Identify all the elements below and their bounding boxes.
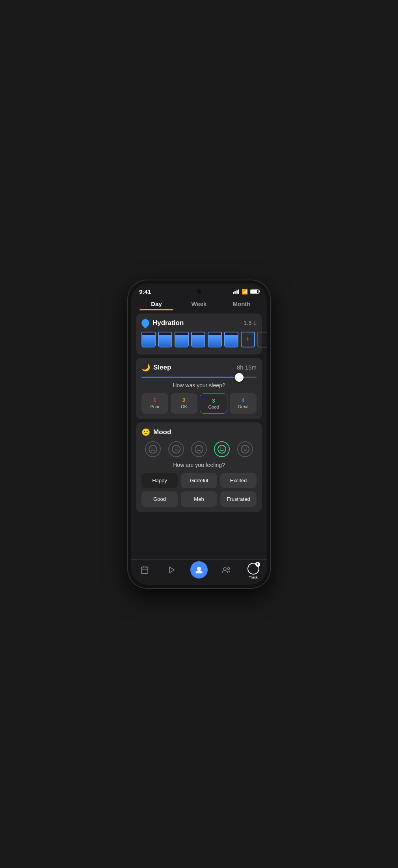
home-button[interactable]	[190, 561, 208, 579]
svg-point-6	[195, 445, 203, 453]
sleep-num-good: 3	[203, 398, 225, 404]
nav-track[interactable]: + Track	[240, 563, 267, 579]
svg-point-10	[218, 445, 226, 453]
battery-icon	[250, 289, 259, 294]
calendar-icon	[140, 566, 149, 576]
phone-frame: 9:41 📶 Day Week	[128, 280, 270, 588]
nav-calendar[interactable]	[131, 563, 158, 579]
svg-rect-16	[141, 567, 148, 574]
tab-month[interactable]: Month	[220, 297, 263, 310]
mood-very-sad[interactable]	[145, 441, 161, 457]
tab-day[interactable]: Day	[135, 297, 178, 310]
mood-card: 🙂 Mood	[136, 422, 262, 512]
sleep-label-ok: OK	[173, 404, 195, 409]
cup-empty	[257, 332, 267, 349]
wifi-icon: 📶	[242, 289, 248, 295]
tab-week[interactable]: Week	[178, 297, 220, 310]
cup-1[interactable]	[141, 332, 156, 349]
hydration-value: 1.5 L	[244, 319, 257, 326]
cup-4[interactable]	[191, 332, 205, 349]
sleep-option-poor[interactable]: 1 Poor	[141, 393, 168, 414]
svg-point-22	[197, 567, 201, 571]
sleep-title-row: 🌙 Sleep	[141, 363, 171, 372]
feeling-excited[interactable]: Excited	[220, 473, 257, 488]
sleep-header: 🌙 Sleep 8h 15m	[141, 363, 257, 372]
droplet-icon	[140, 317, 151, 328]
cup-add[interactable]: +	[241, 332, 255, 349]
feeling-grid: Happy Grateful Excited Good Meh	[141, 473, 257, 507]
svg-point-23	[223, 567, 226, 570]
sleep-title: Sleep	[153, 364, 171, 371]
nav-play[interactable]	[158, 563, 186, 579]
sleep-question: How was your sleep?	[141, 382, 257, 388]
tab-bar: Day Week Month	[131, 297, 267, 310]
signal-icon	[233, 289, 240, 294]
mood-question: How are you feeling?	[141, 462, 257, 468]
hydration-title-row: Hydration	[141, 319, 184, 327]
hydration-card: Hydration 1.5 L	[136, 314, 262, 355]
mood-happy[interactable]	[214, 441, 230, 457]
sleep-option-ok[interactable]: 2 OK	[171, 393, 197, 414]
cup-5[interactable]	[208, 332, 222, 349]
svg-marker-20	[169, 567, 174, 573]
feeling-happy[interactable]: Happy	[141, 473, 178, 488]
mood-title-row: 🙂 Mood	[141, 428, 171, 437]
hydration-header: Hydration 1.5 L	[141, 319, 257, 327]
feeling-meh[interactable]: Meh	[181, 491, 217, 507]
play-icon	[168, 566, 176, 576]
slider-track	[141, 377, 257, 378]
mood-sad[interactable]	[168, 441, 184, 457]
sleep-num-great: 4	[232, 397, 254, 403]
phone-screen: 9:41 📶 Day Week	[131, 284, 267, 585]
mood-faces	[141, 441, 257, 457]
slider-thumb[interactable]	[235, 373, 244, 382]
cup-6[interactable]	[224, 332, 238, 349]
sleep-slider[interactable]	[141, 377, 257, 378]
mood-title: Mood	[153, 428, 171, 436]
cup-3[interactable]	[175, 332, 189, 349]
nav-community[interactable]	[212, 563, 240, 579]
feeling-frustrated[interactable]: Frustrated	[220, 491, 257, 507]
sleep-label-good: Good	[203, 405, 225, 409]
status-time: 9:41	[139, 288, 151, 295]
track-plus-badge: +	[255, 562, 260, 567]
svg-point-24	[227, 567, 229, 569]
sleep-num-ok: 2	[173, 397, 195, 403]
community-icon	[221, 566, 231, 576]
svg-point-0	[149, 445, 157, 453]
sleep-option-good[interactable]: 3 Good	[200, 393, 227, 414]
sleep-label-great: Great	[232, 404, 254, 409]
hydration-title: Hydration	[153, 319, 184, 327]
track-circle-icon: +	[247, 563, 259, 575]
sleep-card: 🌙 Sleep 8h 15m How was your sleep? 1	[136, 358, 262, 419]
mood-neutral[interactable]	[191, 441, 207, 457]
sleep-option-great[interactable]: 4 Great	[230, 393, 257, 414]
status-icons: 📶	[233, 289, 259, 295]
sleep-num-poor: 1	[144, 397, 166, 403]
feeling-good[interactable]: Good	[141, 491, 178, 507]
feeling-grateful[interactable]: Grateful	[181, 473, 217, 488]
slider-fill	[141, 377, 239, 378]
svg-point-13	[241, 445, 249, 453]
scroll-content[interactable]: Hydration 1.5 L	[131, 310, 267, 559]
mood-header: 🙂 Mood	[141, 428, 257, 437]
sleep-label-poor: Poor	[144, 404, 166, 409]
moon-icon: 🌙	[141, 363, 150, 372]
sleep-options: 1 Poor 2 OK 3 Good 4 Great	[141, 393, 257, 414]
bottom-nav: + Track	[131, 559, 267, 585]
cups-row: +	[141, 332, 257, 349]
nav-home[interactable]	[186, 563, 213, 579]
svg-point-3	[172, 445, 180, 453]
face-icon: 🙂	[141, 428, 150, 437]
sleep-value: 8h 15m	[237, 364, 257, 371]
cup-2[interactable]	[158, 332, 172, 349]
mood-excited[interactable]	[237, 441, 253, 457]
camera-notch	[197, 289, 201, 294]
track-label: Track	[249, 575, 257, 579]
